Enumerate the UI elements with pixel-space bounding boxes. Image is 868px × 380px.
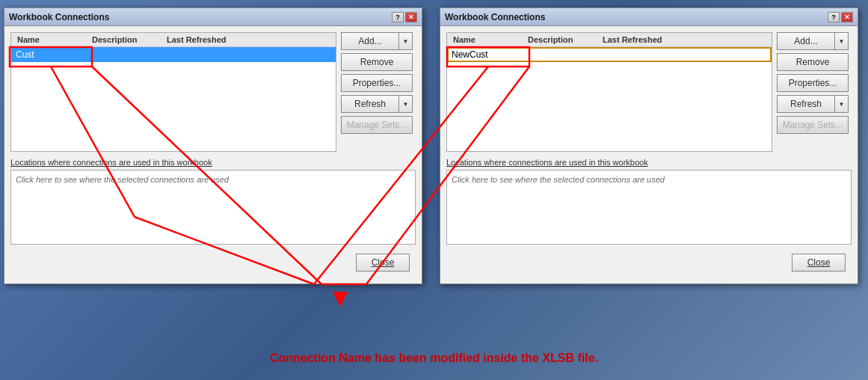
locations-section-left: Locations where connections are used in … [10,158,416,245]
manage-sets-button-left[interactable]: Manage Sets... [341,116,413,134]
refresh-btn-arrow-right[interactable]: ▼ [834,96,848,112]
svg-marker-6 [333,292,348,307]
dialog-footer-right: Close [446,251,852,278]
connections-list-left[interactable]: Name Description Last Refreshed Cust [10,32,336,152]
col-name-left: Name [14,34,89,45]
col-desc-right: Description [525,34,600,45]
connections-area-left: Name Description Last Refreshed Cust Add… [10,32,416,152]
locations-section-right: Locations where connections are used in … [446,158,852,245]
dialog-footer-left: Close [10,251,416,278]
col-refreshed-right: Last Refreshed [600,34,769,45]
connection-item-newcust[interactable]: NewCust [447,47,772,62]
locations-box-left[interactable]: Click here to see where the selected con… [10,170,416,245]
manage-sets-button-right[interactable]: Manage Sets... [777,116,849,134]
refresh-btn-arrow-left[interactable]: ▼ [398,96,412,112]
col-refreshed-left: Last Refreshed [164,34,333,45]
titlebar-buttons-left: ? ✕ [392,12,417,22]
add-btn-main-left[interactable]: Add... [342,33,398,49]
add-button-right[interactable]: Add... ▼ [777,32,849,50]
locations-box-right[interactable]: Click here to see where the selected con… [446,170,852,245]
window-close-button-right[interactable]: ✕ [841,12,853,22]
locations-label-left: Locations where connections are used in … [10,158,416,167]
locations-label-right: Locations where connections are used in … [446,158,852,167]
titlebar-buttons-right: ? ✕ [828,12,853,22]
close-button-right[interactable]: Close [792,254,846,272]
add-button-left[interactable]: Add... ▼ [341,32,413,50]
help-button-right[interactable]: ? [828,12,840,22]
dialog-content-right: Name Description Last Refreshed NewCust … [440,26,858,284]
workbook-connections-dialog-right: Workbook Connections ? ✕ Name Descriptio… [440,7,858,284]
connection-item-cust[interactable]: Cust [11,47,336,62]
refresh-btn-main-right[interactable]: Refresh [778,96,834,112]
add-btn-arrow-left[interactable]: ▼ [398,33,412,49]
help-button-left[interactable]: ? [392,12,404,22]
workbook-connections-dialog-left: Workbook Connections ? ✕ Name Descriptio… [4,7,422,284]
connections-area-right: Name Description Last Refreshed NewCust … [446,32,852,152]
add-btn-arrow-right[interactable]: ▼ [834,33,848,49]
dialog-titlebar-right: Workbook Connections ? ✕ [440,8,858,26]
annotation-text: Connection Name has been modified inside… [270,352,598,365]
refresh-button-right[interactable]: Refresh ▼ [777,95,849,113]
properties-button-left[interactable]: Properties... [341,74,413,92]
col-desc-left: Description [89,34,164,45]
col-name-right: Name [450,34,525,45]
dialog-titlebar-left: Workbook Connections ? ✕ [4,8,422,26]
refresh-button-left[interactable]: Refresh ▼ [341,95,413,113]
window-close-button-left[interactable]: ✕ [405,12,417,22]
buttons-col-left: Add... ▼ Remove Properties... Refresh ▼ … [341,32,416,152]
properties-button-right[interactable]: Properties... [777,74,849,92]
remove-button-left[interactable]: Remove [341,53,413,71]
buttons-col-right: Add... ▼ Remove Properties... Refresh ▼ … [777,32,852,152]
dialog-title-right: Workbook Connections [445,12,545,22]
list-header-right: Name Description Last Refreshed [447,33,772,47]
add-btn-main-right[interactable]: Add... [778,33,834,49]
list-header-left: Name Description Last Refreshed [11,33,336,47]
dialog-content-left: Name Description Last Refreshed Cust Add… [4,26,422,284]
close-button-left[interactable]: Close [356,254,410,272]
refresh-btn-main-left[interactable]: Refresh [342,96,398,112]
remove-button-right[interactable]: Remove [777,53,849,71]
connections-list-right[interactable]: Name Description Last Refreshed NewCust [446,32,772,152]
dialog-title-left: Workbook Connections [9,12,109,22]
